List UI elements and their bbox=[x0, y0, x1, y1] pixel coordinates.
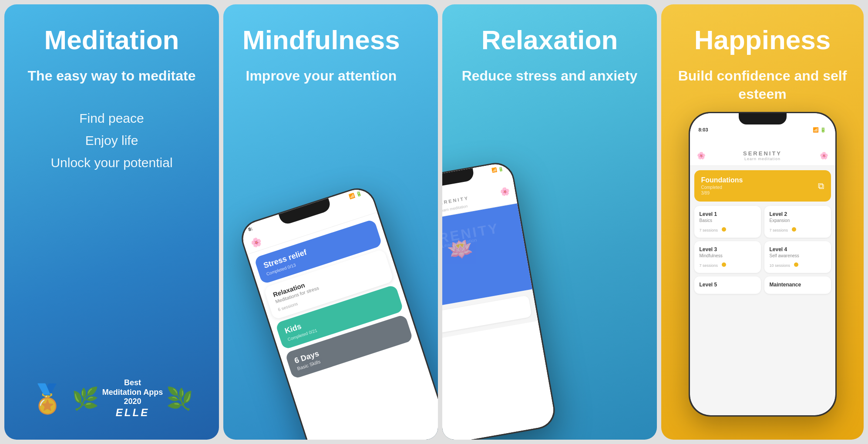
happiness-subtitle: Build confidence and self esteem bbox=[674, 67, 851, 103]
happiness-serenity-name: SERENITY bbox=[706, 150, 820, 157]
level4-subtitle: Self awareness bbox=[770, 253, 826, 258]
happiness-notch bbox=[739, 113, 787, 124]
happiness-logo-right-icon: 🌸 bbox=[820, 151, 828, 160]
award-line1: Best bbox=[102, 378, 163, 388]
happiness-status-icons: 📶 🔋 bbox=[813, 127, 826, 133]
happiness-app-header: 🌸 SERENITY Learn meditation 🌸 bbox=[690, 135, 835, 166]
levels-grid: Level 1 Basics 7 sessions Level 2 Expans… bbox=[690, 206, 835, 294]
phone-device: 8: 📶 🔋 🌸 Stress relief Completed 0/13 Re… bbox=[237, 183, 438, 440]
panel3-screen: 📶 🔋 🌸 SERENITY 🌸 Learn meditation SERENI… bbox=[442, 161, 556, 440]
panel-happiness: Happiness Build confidence and self este… bbox=[661, 4, 864, 440]
happiness-logo-left-icon: 🌸 bbox=[697, 151, 706, 160]
award-year: 2020 bbox=[102, 397, 163, 407]
level2-sessions: 7 sessions bbox=[770, 227, 826, 232]
level-card-3: Level 3 Mindfulness 7 sessions bbox=[694, 241, 761, 273]
level2-title: Level 2 bbox=[770, 211, 826, 217]
award-line2: Meditation Apps bbox=[102, 388, 163, 397]
list-item-enjoy: Enjoy life bbox=[24, 132, 200, 149]
level-card-maintenance: Maintenance bbox=[764, 276, 831, 294]
level1-title: Level 1 bbox=[700, 211, 756, 217]
level1-subtitle: Basics bbox=[700, 218, 756, 223]
status-time: 8: bbox=[248, 226, 253, 232]
happiness-title: Happiness bbox=[674, 25, 851, 55]
level-card-2: Level 2 Expansion 7 sessions bbox=[764, 206, 831, 238]
level3-sessions: 7 sessions bbox=[700, 262, 756, 268]
relaxation-title: Relaxation bbox=[461, 25, 638, 55]
panel3-logo-right-icon: 🌸 bbox=[499, 186, 510, 197]
foundations-completed: Completed bbox=[701, 185, 743, 190]
laurel-branch-left-icon: 🌿 bbox=[72, 386, 99, 411]
meditation-list: Find peace Enjoy life Unlock your potent… bbox=[24, 110, 200, 171]
level-card-5: Level 5 bbox=[694, 276, 761, 294]
panel3-device: 📶 🔋 🌸 SERENITY 🌸 Learn meditation SERENI… bbox=[442, 160, 558, 440]
foundations-progress: 3/89 bbox=[701, 191, 743, 195]
foundations-info: Foundations Completed 3/89 bbox=[701, 176, 743, 195]
stack-layers-icon: ⧉ bbox=[818, 181, 824, 191]
level1-sessions: 7 sessions bbox=[700, 227, 756, 232]
level2-progress-dot bbox=[792, 227, 796, 232]
happiness-serenity-tagline: Learn meditation bbox=[706, 157, 820, 161]
happiness-screen: 8:03 📶 🔋 🌸 SERENITY Learn meditation 🌸 F… bbox=[690, 113, 835, 415]
panel3-icons: 📶 🔋 bbox=[491, 166, 504, 173]
award-publisher: ELLE bbox=[102, 407, 163, 419]
foundations-title: Foundations bbox=[701, 176, 743, 184]
level-card-4: Level 4 Self awareness 10 sessions bbox=[764, 241, 831, 273]
panel-mindfulness: Mindfulness Improve your attention 8: 📶 … bbox=[223, 4, 438, 440]
list-item-peace: Find peace bbox=[24, 110, 200, 127]
phone-screen: 8: 📶 🔋 🌸 Stress relief Completed 0/13 Re… bbox=[239, 185, 438, 440]
phone-mockup-happiness: 8:03 📶 🔋 🌸 SERENITY Learn meditation 🌸 F… bbox=[674, 112, 851, 419]
meditation-subtitle: The easy way to meditate bbox=[24, 67, 200, 85]
level3-title: Level 3 bbox=[700, 246, 756, 252]
happiness-time: 8:03 bbox=[699, 127, 708, 133]
level4-sessions: 10 sessions bbox=[770, 262, 826, 268]
phone-mockup-relaxation: 📶 🔋 🌸 SERENITY 🌸 Learn meditation SERENI… bbox=[442, 160, 558, 440]
award-badge: 🏅 🌿 Best Meditation Apps 2020 ELLE 🌿 bbox=[24, 361, 200, 419]
panel-relaxation: Relaxation Reduce stress and anxiety 📶 🔋… bbox=[442, 4, 657, 440]
mindfulness-title: Mindfulness bbox=[242, 25, 400, 55]
laurel-left-icon: 🏅 bbox=[30, 385, 65, 413]
mindfulness-subtitle: Improve your attention bbox=[242, 67, 400, 85]
award-text: Best Meditation Apps 2020 ELLE bbox=[102, 378, 163, 419]
foundations-card: Foundations Completed 3/89 ⧉ bbox=[694, 170, 831, 202]
level5-title: Level 5 bbox=[700, 282, 756, 288]
status-icons: 📶 🔋 bbox=[348, 190, 363, 200]
phone-mockup-mindfulness: 8: 📶 🔋 🌸 Stress relief Completed 0/13 Re… bbox=[237, 183, 438, 440]
laurel-branch-right-icon: 🌿 bbox=[166, 386, 193, 411]
relaxation-subtitle: Reduce stress and anxiety bbox=[461, 67, 638, 85]
level2-subtitle: Expansion bbox=[770, 218, 826, 223]
level4-progress-dot bbox=[794, 262, 798, 267]
level1-progress-dot bbox=[722, 227, 726, 232]
level3-subtitle: Mindfulness bbox=[700, 253, 756, 258]
panel-meditation: Meditation The easy way to meditate Find… bbox=[4, 4, 219, 440]
list-item-potential: Unlock your potential bbox=[24, 154, 200, 171]
level4-title: Level 4 bbox=[770, 246, 826, 252]
mindfulness-header: Mindfulness Improve your attention bbox=[242, 25, 400, 85]
app-logo-icon: 🌸 bbox=[249, 235, 263, 249]
happiness-serenity-logo: SERENITY Learn meditation bbox=[706, 150, 820, 161]
meditation-title: Meditation bbox=[24, 25, 200, 55]
level3-progress-dot bbox=[722, 262, 726, 267]
happiness-device: 8:03 📶 🔋 🌸 SERENITY Learn meditation 🌸 F… bbox=[689, 112, 837, 417]
level-card-1: Level 1 Basics 7 sessions bbox=[694, 206, 761, 238]
maintenance-title: Maintenance bbox=[770, 282, 826, 288]
